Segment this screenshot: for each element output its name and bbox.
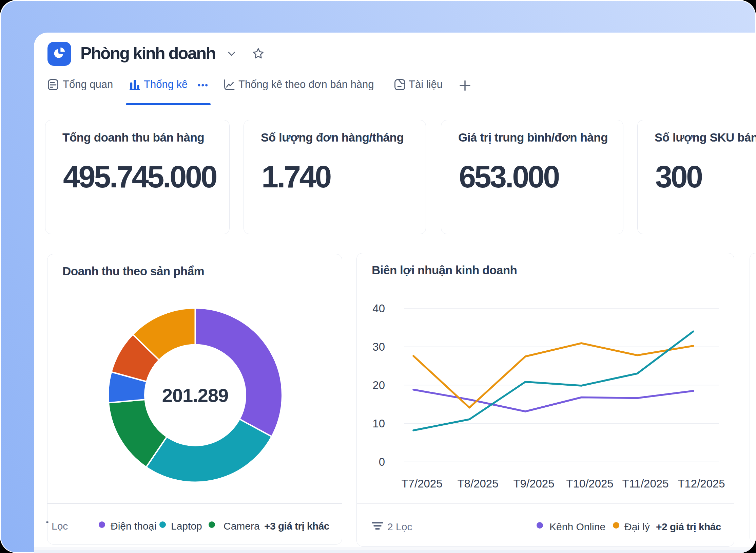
svg-text:0: 0 (379, 456, 385, 468)
svg-text:10: 10 (372, 417, 385, 430)
svg-text:40: 40 (372, 302, 385, 315)
svg-text:T12/2025: T12/2025 (678, 477, 725, 490)
svg-text:30: 30 (372, 340, 385, 353)
svg-text:T7/2025: T7/2025 (401, 477, 442, 490)
svg-text:20: 20 (372, 379, 385, 391)
svg-text:201.289: 201.289 (162, 385, 228, 406)
svg-text:T10/2025: T10/2025 (566, 477, 613, 490)
svg-text:T9/2025: T9/2025 (513, 477, 554, 490)
svg-text:T8/2025: T8/2025 (457, 477, 498, 490)
svg-text:T11/2025: T11/2025 (622, 477, 668, 490)
